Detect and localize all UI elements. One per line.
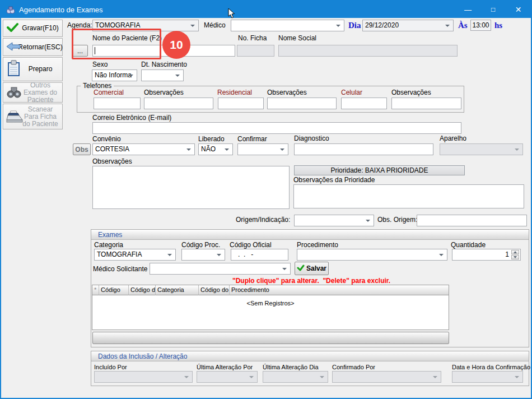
ultima-alteracao-dia-label: Última Alteração Dia: [263, 364, 319, 371]
origem-label: Origem/Indicação:: [236, 216, 290, 224]
email-label: Correio Eletrônico (E-mail): [92, 114, 171, 122]
grid-col-categoria[interactable]: Categoria: [156, 285, 199, 295]
chevron-down-icon: [320, 376, 324, 378]
grid-col-codigo-a[interactable]: Código do A: [129, 285, 156, 295]
time-input[interactable]: 13:00: [470, 20, 491, 31]
residencial-input[interactable]: [218, 98, 264, 109]
data-hora-confirmacao-label: Data e Hora da Confirmação: [452, 364, 530, 371]
retornar-button[interactable]: Retornar(ESC): [3, 38, 63, 56]
nome-social-label: Nome Social: [278, 35, 316, 42]
obs-residencial-label: Observações: [267, 89, 307, 96]
medico-solicitante-select[interactable]: [150, 263, 291, 275]
obs-prioridade-label: Observações da Prioridade: [293, 177, 375, 184]
scanner-icon: [6, 109, 23, 125]
medico-label: Médico: [204, 22, 226, 29]
diagnostico-label: Diagnostico: [294, 135, 329, 142]
exames-grid: * Código Código do A Categoria Código do…: [92, 285, 449, 330]
obs-button[interactable]: Obs: [73, 143, 91, 155]
nascimento-select[interactable]: [141, 69, 184, 81]
email-input[interactable]: [92, 122, 461, 134]
grid-col-codigo[interactable]: Código: [99, 285, 129, 295]
stepper-up-icon[interactable]: [511, 250, 519, 254]
obs-comercial-label: Observações: [144, 89, 184, 96]
grid-header-row: * Código Código do A Categoria Código do…: [92, 285, 449, 295]
stepper-down-icon[interactable]: [511, 255, 519, 259]
grid-col-indicator[interactable]: *: [92, 285, 99, 295]
liberado-label: Liberado: [198, 136, 225, 143]
liberado-select[interactable]: NÃO: [198, 143, 233, 155]
diagnostico-input[interactable]: [294, 143, 433, 155]
grid-col-procedimento[interactable]: Procedimento: [230, 285, 449, 295]
agenda-label: Agenda:: [67, 22, 92, 29]
chevron-down-icon: [225, 149, 229, 151]
annotation-badge: 10: [162, 31, 190, 59]
obs-celular-label: Observações: [391, 89, 431, 96]
codigo-proc-select[interactable]: [181, 249, 225, 261]
chevron-down-icon: [190, 25, 195, 27]
chevron-down-icon: [249, 376, 254, 378]
grid-hint-text: "Duplo clique" para alterar. "Delete" pa…: [232, 277, 390, 285]
obs-comercial-input[interactable]: [144, 98, 213, 109]
sexo-select[interactable]: Não Informa: [92, 69, 137, 81]
dados-header: Dados da Inclusão / Alteração: [91, 351, 529, 361]
categoria-select[interactable]: TOMOGRAFIA: [94, 249, 176, 261]
browse-patient-button[interactable]: ...: [72, 45, 88, 57]
obs-origem-input[interactable]: [417, 215, 527, 226]
comercial-input[interactable]: [94, 98, 141, 109]
celular-input[interactable]: [341, 98, 387, 109]
outros-exames-button: Outros Exames do Paciente: [3, 82, 63, 103]
sexo-label: Sexo: [92, 61, 108, 68]
codigo-proc-label: Código Proc.: [181, 242, 220, 249]
dia-label: Dia: [348, 21, 361, 30]
data-hora-confirmacao-select: [452, 371, 523, 383]
codigo-oficial-input[interactable]: . . -: [231, 249, 288, 261]
comercial-label: Comercial: [94, 89, 124, 96]
check-icon: [6, 22, 18, 34]
gravar-button[interactable]: Gravar(F10): [3, 20, 63, 37]
binoculars-icon: [6, 86, 22, 100]
chevron-down-icon: [366, 220, 370, 222]
nascimento-label: Dt. Nascimento: [141, 61, 187, 68]
horizontal-scrollbar[interactable]: [92, 332, 449, 344]
ultima-alteracao-por-select: [197, 371, 258, 383]
observacoes-textarea[interactable]: [92, 166, 290, 209]
window-title: Agendamento de Exames: [19, 6, 103, 14]
app-icon: [6, 5, 15, 16]
hs-label: hs: [494, 21, 502, 30]
codigo-oficial-label: Código Oficial: [230, 242, 272, 249]
chevron-down-icon: [186, 149, 191, 151]
convenio-select[interactable]: CORTESIA: [92, 143, 195, 155]
chevron-down-icon: [175, 75, 180, 77]
convenio-label: Convênio: [92, 136, 121, 143]
mouse-cursor: [228, 8, 236, 21]
medico-select[interactable]: [231, 20, 344, 31]
clipboard-icon: [6, 60, 21, 79]
observacoes-label: Observações: [92, 158, 132, 165]
retornar-label: Retornar(ESC): [18, 44, 62, 51]
preparo-button[interactable]: Preparo: [3, 57, 63, 81]
exames-header: Exames: [91, 230, 529, 240]
salvar-button[interactable]: Salvar: [295, 262, 329, 275]
minimize-button[interactable]: —: [455, 1, 480, 18]
maximize-button[interactable]: □: [480, 1, 506, 18]
dia-select[interactable]: 29/12/2020: [362, 20, 454, 31]
agenda-select[interactable]: TOMOGRAFIA: [92, 20, 199, 31]
chevron-down-icon: [445, 25, 450, 27]
quantidade-label: Quantidade: [451, 242, 486, 249]
obs-celular-input[interactable]: [391, 98, 461, 109]
chevron-down-icon: [433, 376, 437, 378]
quantidade-stepper[interactable]: 1: [452, 249, 521, 261]
procedimento-label: Procedimento: [297, 242, 338, 249]
chevron-down-icon: [515, 149, 519, 151]
aparelho-label: Aparelho: [440, 135, 466, 142]
obs-prioridade-textarea[interactable]: [293, 184, 524, 208]
origem-select[interactable]: [294, 215, 374, 226]
chevron-down-icon: [515, 376, 519, 378]
procedimento-select[interactable]: [297, 249, 447, 261]
grid-col-codigo-pro[interactable]: Código do Pro: [199, 285, 230, 295]
obs-residencial-input[interactable]: [267, 98, 337, 109]
close-button[interactable]: ✕: [506, 1, 531, 18]
prioridade-bar: Prioridade: BAIXA PRIORIDADE: [294, 165, 465, 175]
confirmar-select[interactable]: [237, 143, 288, 155]
chevron-down-icon: [282, 268, 287, 270]
